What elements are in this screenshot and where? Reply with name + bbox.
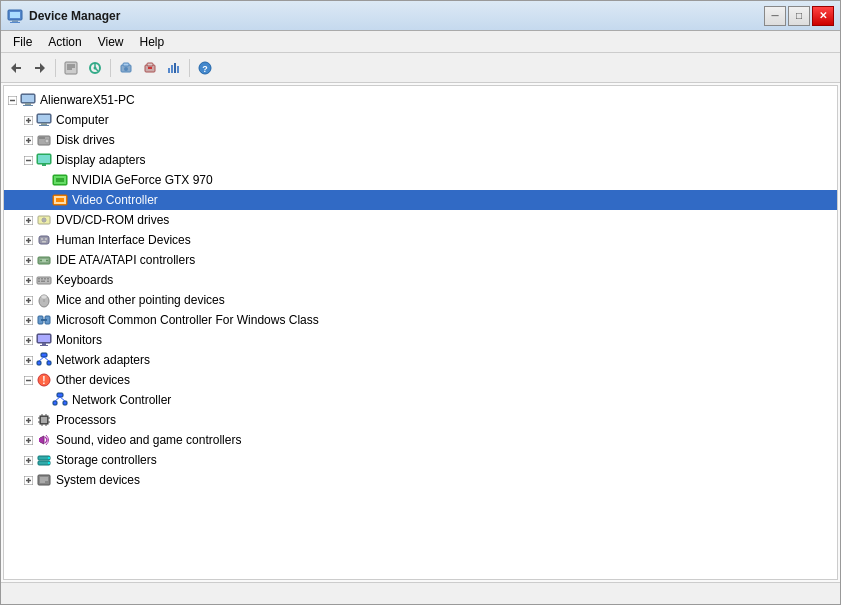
svg-rect-108 (37, 361, 41, 365)
menu-help[interactable]: Help (132, 33, 173, 51)
tree-item-mice[interactable]: Mice and other pointing devices (4, 290, 837, 310)
svg-rect-20 (174, 63, 176, 73)
svg-rect-109 (47, 361, 51, 365)
svg-rect-81 (47, 278, 49, 280)
toolbar-separator-3 (189, 59, 190, 77)
tree-item-keyboard[interactable]: Keyboards (4, 270, 837, 290)
tree-item-disk[interactable]: Disk drives (4, 130, 837, 150)
tree-expander[interactable] (20, 312, 36, 328)
tree-expander[interactable] (20, 252, 36, 268)
tree-item-label: Monitors (56, 333, 102, 347)
svg-rect-118 (63, 401, 67, 405)
svg-rect-83 (41, 281, 45, 283)
tree-expander[interactable] (20, 152, 36, 168)
tree-item-icon-storage (36, 452, 52, 468)
tree-expander[interactable] (20, 272, 36, 288)
tree-expander[interactable] (20, 112, 36, 128)
title-bar: Device Manager ─ □ ✕ (1, 1, 840, 31)
svg-rect-79 (41, 278, 43, 280)
toolbar: ? (1, 53, 840, 83)
tree-item-display[interactable]: Display adapters (4, 150, 837, 170)
help-button[interactable]: ? (194, 57, 216, 79)
toolbar-separator-1 (55, 59, 56, 77)
tree-item-dvd[interactable]: DVD/CD-ROM drives (4, 210, 837, 230)
svg-rect-21 (177, 66, 179, 73)
tree-item-netadapter[interactable]: Network adapters (4, 350, 837, 370)
tree-expander[interactable] (20, 372, 36, 388)
properties-button[interactable] (60, 57, 82, 79)
svg-point-64 (41, 238, 43, 240)
tree-expander[interactable] (20, 472, 36, 488)
scan-button[interactable] (84, 57, 106, 79)
svg-rect-50 (56, 178, 64, 182)
tree-expander[interactable] (4, 92, 20, 108)
tree-expander[interactable] (20, 332, 36, 348)
svg-rect-27 (22, 95, 34, 102)
menu-view[interactable]: View (90, 33, 132, 51)
tree-item-icon-nvidia (52, 172, 68, 188)
device-manager-window: Device Manager ─ □ ✕ File Action View He… (0, 0, 841, 605)
svg-rect-101 (38, 335, 50, 342)
tree-item-netcontroller[interactable]: Network Controller (4, 390, 837, 410)
close-button[interactable]: ✕ (812, 6, 834, 26)
content-area: AlienwareX51-PCComputerDisk drivesDispla… (1, 83, 840, 582)
forward-button[interactable] (29, 57, 51, 79)
svg-point-72 (40, 260, 42, 262)
tree-item-icon-monitor (36, 332, 52, 348)
resources-button[interactable] (163, 57, 185, 79)
maximize-button[interactable]: □ (788, 6, 810, 26)
status-bar (1, 582, 840, 604)
svg-rect-96 (41, 319, 47, 321)
svg-rect-18 (168, 68, 170, 73)
tree-item-computer[interactable]: Computer (4, 110, 837, 130)
update-button[interactable] (115, 57, 137, 79)
tree-item-storage[interactable]: Storage controllers (4, 450, 837, 470)
tree-expander[interactable] (20, 292, 36, 308)
svg-point-59 (43, 219, 45, 221)
menu-file[interactable]: File (5, 33, 40, 51)
back-button[interactable] (5, 57, 27, 79)
tree-expander[interactable] (20, 452, 36, 468)
tree-expander[interactable] (20, 432, 36, 448)
tree-item-label: NVIDIA GeForce GTX 970 (72, 173, 213, 187)
tree-item-hid[interactable]: Human Interface Devices (4, 230, 837, 250)
svg-rect-28 (25, 103, 31, 105)
svg-point-90 (41, 295, 47, 299)
svg-rect-125 (41, 417, 47, 423)
svg-point-42 (45, 139, 49, 143)
tree-item-system[interactable]: System devices (4, 470, 837, 490)
svg-rect-116 (57, 393, 63, 397)
uninstall-button[interactable] (139, 57, 161, 79)
svg-line-111 (44, 357, 49, 361)
tree-item-root[interactable]: AlienwareX51-PC (4, 90, 837, 110)
title-bar-controls: ─ □ ✕ (764, 6, 834, 26)
tree-item-icon-network (36, 352, 52, 368)
tree-item-icon-mouse (36, 292, 52, 308)
tree-item-nvidia[interactable]: NVIDIA GeForce GTX 970 (4, 170, 837, 190)
tree-item-label: System devices (56, 473, 140, 487)
tree-item-ide[interactable]: IDE ATA/ATAPI controllers (4, 250, 837, 270)
tree-item-label: Display adapters (56, 153, 145, 167)
svg-line-120 (60, 397, 65, 401)
tree-item-monitor[interactable]: Monitors (4, 330, 837, 350)
menu-action[interactable]: Action (40, 33, 89, 51)
svg-rect-117 (53, 401, 57, 405)
tree-expander[interactable] (20, 132, 36, 148)
tree-item-vc[interactable]: Video Controller (4, 190, 837, 210)
tree-expander[interactable] (20, 212, 36, 228)
tree-item-icon-other: ! (36, 372, 52, 388)
tree-expander[interactable] (20, 232, 36, 248)
tree-item-mscc[interactable]: Microsoft Common Controller For Windows … (4, 310, 837, 330)
tree-item-label: Video Controller (72, 193, 158, 207)
tree-item-label: Computer (56, 113, 109, 127)
tree-item-proc[interactable]: Processors (4, 410, 837, 430)
tree-expander[interactable] (20, 412, 36, 428)
tree-item-other[interactable]: !Other devices (4, 370, 837, 390)
tree-expander[interactable] (20, 352, 36, 368)
tree-item-icon-mscc (36, 312, 52, 328)
tree-item-sound[interactable]: Sound, video and game controllers (4, 430, 837, 450)
minimize-button[interactable]: ─ (764, 6, 786, 26)
tree-item-label: Other devices (56, 373, 130, 387)
device-tree[interactable]: AlienwareX51-PCComputerDisk drivesDispla… (3, 85, 838, 580)
tree-item-label: Processors (56, 413, 116, 427)
